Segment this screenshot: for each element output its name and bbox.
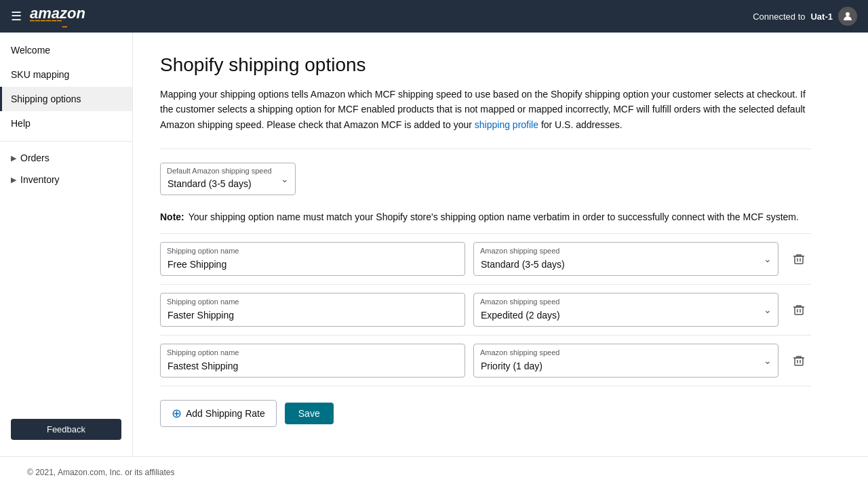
description-end-text: for U.S. addresses. — [541, 119, 623, 130]
add-rate-label: Add Shipping Rate — [186, 408, 265, 419]
delete-row-button-1[interactable] — [787, 247, 811, 271]
user-name: Uat-1 — [810, 12, 833, 22]
sidebar-divider — [0, 141, 132, 142]
sidebar-label-inventory: Inventory — [20, 174, 60, 185]
copyright-text: © 2021, Amazon.com, Inc. or its affiliat… — [27, 468, 174, 477]
sidebar-label-shipping-options: Shipping options — [11, 94, 81, 104]
sidebar-label-orders: Orders — [20, 152, 50, 163]
svg-rect-1 — [795, 256, 803, 264]
sidebar-label-welcome: Welcome — [11, 45, 50, 56]
sidebar-top: Welcome SKU mapping Shipping options Hel… — [0, 33, 132, 190]
shipping-speed-wrapper-1: Amazon shipping speed Standard (3-5 days… — [473, 242, 778, 276]
trash-icon-1 — [792, 252, 806, 266]
shipping-row: Shipping option name Amazon shipping spe… — [160, 285, 811, 336]
sidebar-item-sku-mapping[interactable]: SKU mapping — [0, 62, 132, 87]
plus-icon: ⊕ — [172, 406, 182, 421]
connected-to-label: Connected to — [753, 12, 805, 22]
shipping-name-field-wrapper-1: Shipping option name — [160, 242, 465, 276]
shipping-speed-wrapper-3: Amazon shipping speed Standard (3-5 days… — [473, 344, 778, 378]
note-bar: Note: Your shipping option name must mat… — [160, 211, 811, 222]
user-icon[interactable] — [838, 7, 857, 26]
delete-row-button-2[interactable] — [787, 298, 811, 322]
shipping-speed-select-2[interactable]: Standard (3-5 days) Expedited (2 days) P… — [473, 293, 778, 327]
sidebar-item-shipping-options[interactable]: Shipping options — [0, 87, 132, 111]
top-nav-left: ☰ amazon ▔▔▔▔▔▔▁ — [11, 5, 85, 26]
sidebar-bottom: Feedback — [0, 413, 132, 456]
delete-row-button-3[interactable] — [787, 348, 811, 373]
shipping-speed-wrapper-2: Amazon shipping speed Standard (3-5 days… — [473, 293, 778, 327]
svg-rect-2 — [795, 307, 803, 314]
trash-icon-3 — [792, 354, 806, 367]
svg-point-0 — [846, 12, 850, 16]
shipping-name-field-wrapper-2: Shipping option name — [160, 293, 465, 327]
sidebar: Welcome SKU mapping Shipping options Hel… — [0, 33, 133, 456]
top-nav: ☰ amazon ▔▔▔▔▔▔▁ Connected to Uat-1 — [0, 0, 868, 33]
main-content: Shopify shipping options Mapping your sh… — [133, 33, 868, 456]
save-button[interactable]: Save — [285, 403, 334, 424]
inventory-chevron-icon: ▶ — [11, 176, 16, 184]
sidebar-label-sku-mapping: SKU mapping — [11, 69, 69, 80]
default-speed-select-wrapper: Default Amazon shipping speed Standard (… — [160, 163, 296, 195]
default-shipping-section: Default Amazon shipping speed Standard (… — [160, 163, 841, 195]
trash-icon-2 — [792, 303, 806, 317]
amazon-logo: amazon ▔▔▔▔▔▔▁ — [30, 5, 85, 26]
shipping-row: Shipping option name Amazon shipping spe… — [160, 233, 811, 285]
shipping-name-input-2[interactable] — [160, 293, 465, 327]
sidebar-group-orders[interactable]: ▶ Orders — [0, 147, 132, 169]
page-title: Shopify shipping options — [160, 54, 841, 76]
shipping-name-input-3[interactable] — [160, 344, 465, 378]
shipping-row: Shipping option name Amazon shipping spe… — [160, 336, 811, 386]
brand-smile: ▔▔▔▔▔▔▁ — [30, 21, 68, 27]
svg-rect-3 — [795, 358, 803, 365]
shipping-speed-select-1[interactable]: Standard (3-5 days) Expedited (2 days) P… — [473, 242, 778, 276]
sidebar-label-help: Help — [11, 118, 31, 129]
sidebar-item-help[interactable]: Help — [0, 111, 132, 136]
shipping-profile-link[interactable]: shipping profile — [475, 119, 538, 130]
section-divider-1 — [160, 148, 811, 149]
shipping-name-field-wrapper-3: Shipping option name — [160, 344, 465, 378]
footer: © 2021, Amazon.com, Inc. or its affiliat… — [0, 456, 868, 488]
note-label: Note: — [160, 211, 184, 222]
top-nav-right: Connected to Uat-1 — [753, 7, 857, 26]
layout: Welcome SKU mapping Shipping options Hel… — [0, 33, 868, 456]
description: Mapping your shipping options tells Amaz… — [160, 87, 811, 132]
shipping-speed-select-3[interactable]: Standard (3-5 days) Expedited (2 days) P… — [473, 344, 778, 378]
add-shipping-rate-button[interactable]: ⊕ Add Shipping Rate — [160, 400, 277, 427]
sidebar-group-inventory[interactable]: ▶ Inventory — [0, 169, 132, 190]
action-row: ⊕ Add Shipping Rate Save — [160, 400, 841, 427]
brand-name: amazon — [30, 5, 85, 22]
shipping-rows: Shipping option name Amazon shipping spe… — [160, 233, 811, 386]
feedback-button[interactable]: Feedback — [11, 419, 121, 440]
menu-icon[interactable]: ☰ — [11, 9, 22, 24]
orders-chevron-icon: ▶ — [11, 154, 16, 163]
default-speed-select[interactable]: Standard (3-5 days) Expedited (2 days) P… — [160, 163, 296, 195]
shipping-name-input-1[interactable] — [160, 242, 465, 276]
sidebar-item-welcome[interactable]: Welcome — [0, 38, 132, 62]
note-text: Your shipping option name must match you… — [189, 211, 799, 222]
